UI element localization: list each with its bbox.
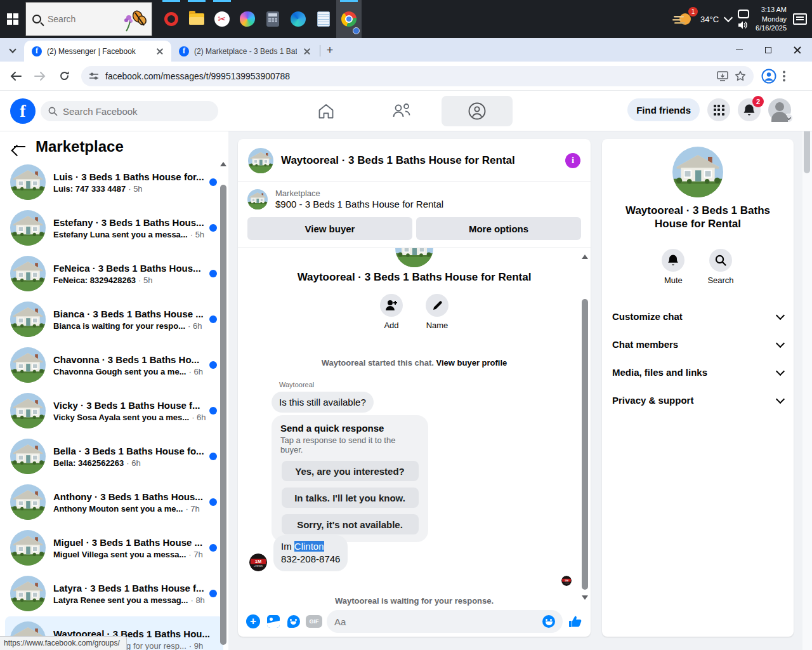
back-arrow-icon[interactable] — [13, 140, 27, 154]
message-bubble-question[interactable]: Is this still available? — [272, 392, 374, 413]
nav-home[interactable] — [316, 96, 336, 126]
taskbar-clock[interactable]: 3:13 AM Monday 6/16/2025 — [756, 5, 787, 34]
conversation-bella[interactable]: Bella · 3 Beds 1 Baths House fo... Bella… — [5, 434, 223, 479]
quick-reply-yes[interactable]: Yes, are you interested? — [282, 461, 419, 481]
notifications-button[interactable]: 2 — [738, 98, 761, 121]
listing-title: $900 - 3 Beds 1 Baths House for Rental — [275, 199, 443, 209]
facebook-search-input[interactable] — [63, 106, 190, 117]
find-friends-button[interactable]: Find friends — [627, 98, 700, 121]
restore-button[interactable] — [754, 38, 783, 62]
more-options-button[interactable]: More options — [416, 217, 581, 240]
taskbar-copilot[interactable] — [235, 0, 260, 38]
conversation-chavonna[interactable]: Chavonna · 3 Beds 1 Baths Ho... Chavonna… — [5, 342, 223, 388]
conversation-vicky[interactable]: Vicky · 3 Beds 1 Baths House f... Vicky … — [5, 388, 223, 434]
reload-button[interactable] — [53, 65, 75, 87]
facebook-search[interactable] — [41, 101, 218, 121]
message-bubble-contact[interactable]: Im Clinton 832-208-8746 — [273, 535, 348, 571]
taskbar-file-explorer[interactable] — [184, 0, 209, 38]
bookmark-star-icon[interactable] — [735, 70, 746, 81]
tab-close-icon[interactable] — [155, 46, 165, 56]
taskbar-search[interactable] — [25, 2, 152, 36]
waiting-note: Waytooreal is waiting for your response. — [238, 596, 591, 606]
back-button[interactable] — [5, 65, 27, 87]
profile-avatar[interactable] — [768, 98, 791, 121]
page-scrollbar[interactable] — [802, 91, 812, 650]
facebook-logo[interactable]: f — [10, 98, 36, 124]
browser-menu-icon[interactable] — [783, 70, 785, 82]
edit-name-button[interactable]: Name — [426, 294, 449, 330]
pencil-icon — [432, 300, 443, 311]
house-avatar — [10, 530, 46, 566]
house-avatar[interactable] — [248, 148, 273, 173]
taskbar-snipping-tool[interactable]: ✂ — [209, 0, 235, 38]
add-people-button[interactable]: Add — [380, 294, 403, 330]
tray-expand-icon[interactable] — [724, 13, 733, 22]
taskbar-opera[interactable] — [159, 0, 184, 38]
message-input-wrap[interactable] — [327, 610, 563, 633]
taskbar-calculator[interactable] — [260, 0, 285, 38]
browser-tab-marketplace[interactable]: f (2) Marketplace - 3 Beds 1 Bath — [171, 41, 318, 62]
install-icon[interactable] — [717, 71, 728, 81]
chat-scrollbar[interactable] — [581, 253, 589, 601]
attach-more-button[interactable]: + — [246, 614, 261, 629]
scrollbar-thumb[interactable] — [582, 299, 588, 590]
action-center-icon[interactable] — [793, 13, 807, 25]
browser-profile-icon[interactable] — [761, 69, 776, 84]
conversation-anthony[interactable]: Anthony · 3 Beds 1 Baths Hous... Anthony… — [5, 479, 223, 525]
nav-marketplace-messages[interactable] — [442, 96, 513, 126]
new-tab-button[interactable]: + — [322, 42, 338, 58]
conversation-miguel[interactable]: Miguel · 3 Beds 1 Baths House ... Miguel… — [5, 525, 223, 571]
conversation-feneica[interactable]: FeNeica · 3 Beds 1 Baths Hous... FeNeica… — [5, 251, 223, 296]
section-media-files-links[interactable]: Media, files and links — [602, 359, 794, 387]
nav-friends[interactable] — [391, 96, 412, 126]
section-privacy-support[interactable]: Privacy & support — [602, 387, 794, 415]
apps-menu-button[interactable] — [707, 98, 730, 121]
taskbar-notepad[interactable] — [311, 0, 336, 38]
browser-tab-messenger[interactable]: f (2) Messenger | Facebook — [24, 41, 171, 62]
section-customize-chat[interactable]: Customize chat — [602, 303, 794, 331]
mute-button[interactable]: Mute — [662, 249, 684, 285]
tab-close-icon[interactable] — [302, 46, 312, 56]
conversation-estefany[interactable]: Estefany · 3 Beds 1 Baths Hous... Estefa… — [5, 205, 223, 251]
emoji-icon[interactable] — [542, 615, 555, 628]
taskbar-chrome[interactable] — [336, 0, 362, 38]
detail-avatar[interactable] — [672, 147, 723, 197]
info-icon[interactable]: i — [565, 153, 580, 168]
conversation-title: Miguel · 3 Beds 1 Baths House ... — [53, 537, 206, 548]
photo-button[interactable] — [266, 614, 281, 629]
start-button[interactable] — [0, 0, 25, 38]
close-button[interactable] — [783, 38, 812, 62]
taskbar-search-input[interactable] — [48, 14, 117, 24]
gif-button[interactable]: GIF — [306, 614, 322, 629]
taskbar-edge[interactable] — [285, 0, 311, 38]
conversation-luis[interactable]: Luis · 3 Beds 1 Baths House for... Luis:… — [5, 159, 223, 205]
view-buyer-profile-link[interactable]: View buyer profile — [436, 358, 508, 368]
message-input[interactable] — [334, 616, 542, 627]
conversation-bianca[interactable]: Bianca · 3 Beds 1 Baths House ... Bianca… — [5, 296, 223, 342]
scroll-up-arrow[interactable] — [220, 162, 226, 166]
section-chat-members[interactable]: Chat members — [602, 331, 794, 359]
forward-button[interactable] — [29, 65, 51, 87]
minimize-button[interactable] — [724, 38, 754, 62]
search-in-chat-button[interactable]: Search — [707, 249, 733, 285]
scrollbar-thumb[interactable] — [220, 185, 226, 645]
conversation-snippet: Estefany Luna sent you a messa... — [53, 230, 188, 239]
sticker-button[interactable] — [286, 614, 301, 629]
scroll-down-arrow[interactable] — [582, 595, 588, 600]
unread-dot — [209, 407, 217, 415]
tab-title: (2) Messenger | Facebook — [47, 47, 150, 56]
mute-label: Mute — [664, 275, 683, 285]
scroll-up-arrow[interactable] — [582, 255, 588, 259]
tray-device-icons[interactable] — [738, 10, 749, 29]
weather-widget[interactable]: 1 — [672, 10, 694, 29]
conversation-latyra[interactable]: Latyra · 3 Beds 1 Baths House f... Latyr… — [5, 571, 223, 616]
tab-search-chevron[interactable] — [4, 41, 22, 59]
url-text[interactable]: facebook.com/messages/t/9995139953900788 — [105, 71, 710, 81]
quick-reply-sorry[interactable]: Sorry, it's not available. — [282, 514, 419, 534]
view-buyer-button[interactable]: View buyer — [247, 217, 412, 240]
buyer-avatar[interactable] — [249, 554, 267, 571]
quick-reply-intalks[interactable]: In talks. I'll let you know. — [282, 488, 419, 508]
address-bar[interactable]: facebook.com/messages/t/9995139953900788 — [81, 66, 754, 86]
sidebar-scrollbar[interactable] — [219, 159, 227, 650]
like-button[interactable] — [568, 614, 583, 629]
